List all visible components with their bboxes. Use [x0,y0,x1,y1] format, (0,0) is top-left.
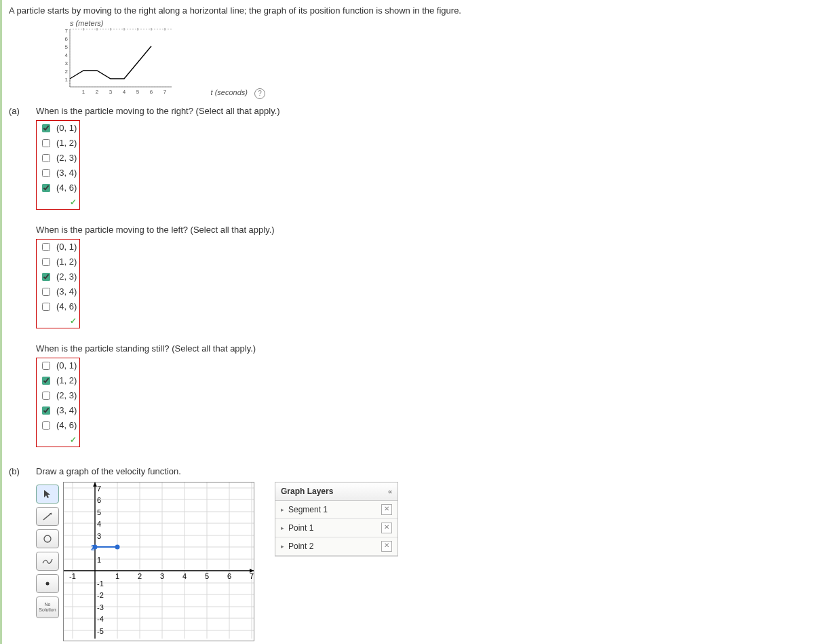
q3-correct-icon [37,433,79,447]
tool-pointer[interactable] [36,485,59,504]
svg-text:7: 7 [65,28,69,34]
q3-text: When is the particle standing still? (Se… [36,343,814,354]
svg-text:5: 5 [136,89,140,95]
svg-text:7: 7 [250,572,254,580]
q1-options: (0, 1) (1, 2) (2, 3) (3, 4) (4, 6) [36,120,80,210]
svg-text:-3: -3 [97,603,104,611]
q1-correct-icon [37,195,79,209]
q2-check-2[interactable] [42,273,50,281]
q1-opt-3[interactable]: (3, 4) [37,166,79,181]
q3-opt-2[interactable]: (2, 3) [37,388,79,403]
q1-text: When is the particle moving to the right… [36,106,814,116]
svg-text:3: 3 [97,532,101,540]
graph-toolbar: NoSolution [36,482,59,618]
svg-text:5: 5 [97,508,101,516]
help-icon[interactable]: ? [254,88,265,99]
q3-opt-3[interactable]: (3, 4) [37,403,79,418]
q3-check-3[interactable] [42,406,50,415]
q2-check-0[interactable] [42,243,50,251]
layer-row-segment1[interactable]: ▸Segment 1 ✕ [275,501,398,519]
svg-text:4: 4 [97,520,101,528]
tool-curve[interactable] [36,552,59,571]
q3-opt-4[interactable]: (4, 6) [37,418,79,433]
q1-opt-1[interactable]: (1, 2) [37,136,79,151]
svg-text:-1: -1 [69,572,76,580]
delete-layer-icon[interactable]: ✕ [381,504,392,515]
graph-layers-panel: Graph Layers « ▸Segment 1 ✕ ▸Point 1 ✕ ▸… [275,482,398,556]
q2-options: (0, 1) (1, 2) (2, 3) (3, 4) (4, 6) [36,239,80,328]
part-b-text: Draw a graph of the velocity function. [36,466,814,476]
svg-text:4: 4 [65,52,69,58]
q1-opt-0[interactable]: (0, 1) [37,121,79,136]
tool-point[interactable] [36,574,59,593]
q2-opt-2[interactable]: (2, 3) [37,269,79,284]
delete-layer-icon[interactable]: ✕ [381,523,392,533]
q1-check-2[interactable] [42,154,50,162]
q1-check-3[interactable] [42,169,50,177]
svg-text:1: 1 [65,77,69,83]
svg-text:-2: -2 [97,591,104,599]
layer-row-point1[interactable]: ▸Point 1 ✕ [275,519,398,537]
svg-text:2: 2 [65,69,69,75]
q1-check-1[interactable] [42,139,50,147]
q2-correct-icon [37,314,79,328]
svg-text:-5: -5 [97,627,104,635]
position-graph: s (meters) 1 2 3 4 5 6 7 7 6 5 [56,22,246,99]
svg-text:2: 2 [91,544,95,552]
tool-segment[interactable] [36,507,59,526]
q2-check-1[interactable] [42,258,50,266]
q3-opt-1[interactable]: (1, 2) [37,373,79,388]
part-b-label: (b) [9,466,36,476]
svg-text:1: 1 [82,89,85,95]
svg-text:3: 3 [160,572,164,580]
svg-text:3: 3 [65,60,69,67]
svg-text:-4: -4 [97,615,104,623]
svg-text:5: 5 [205,572,209,580]
svg-text:7: 7 [163,89,167,95]
layers-title: Graph Layers [281,487,333,496]
q1-check-0[interactable] [42,124,50,132]
q2-opt-4[interactable]: (4, 6) [37,299,79,314]
chevron-right-icon: ▸ [281,525,284,531]
collapse-layers-icon[interactable]: « [388,487,392,495]
point-2[interactable] [115,545,120,550]
position-graph-ylabel: s (meters) [70,19,104,27]
svg-text:3: 3 [109,89,113,95]
layer-row-point2[interactable]: ▸Point 2 ✕ [275,537,398,556]
q3-check-2[interactable] [42,392,50,400]
svg-text:2: 2 [138,572,142,580]
svg-text:4: 4 [182,572,187,580]
part-a-label: (a) [9,106,36,116]
q2-check-3[interactable] [42,288,50,296]
q3-options: (0, 1) (1, 2) (2, 3) (3, 4) (4, 6) [36,358,80,447]
problem-intro: A particle starts by moving to the right… [9,5,814,16]
svg-line-27 [43,513,52,520]
q2-opt-3[interactable]: (3, 4) [37,284,79,299]
q3-check-4[interactable] [42,421,50,430]
svg-text:6: 6 [65,36,69,42]
velocity-graph-canvas[interactable]: 76 54 31 -1-2 -3-4 -5 -1 12 34 56 [63,482,254,641]
svg-text:-1: -1 [97,580,104,588]
svg-point-30 [46,582,50,586]
q2-text: When is the particle moving to the left?… [36,225,814,235]
tool-no-solution[interactable]: NoSolution [36,596,59,618]
q1-opt-2[interactable]: (2, 3) [37,151,79,166]
svg-text:6: 6 [227,572,231,580]
svg-text:7: 7 [97,485,101,493]
q2-opt-1[interactable]: (1, 2) [37,254,79,269]
q1-opt-4[interactable]: (4, 6) [37,181,79,195]
svg-text:6: 6 [97,496,101,504]
tool-circle[interactable] [36,529,59,548]
svg-text:1: 1 [115,572,119,580]
q3-check-0[interactable] [42,362,50,370]
svg-text:4: 4 [123,89,126,95]
q3-opt-0[interactable]: (0, 1) [37,358,79,373]
svg-text:6: 6 [150,89,153,95]
chevron-right-icon: ▸ [281,506,284,513]
svg-text:5: 5 [65,44,69,50]
q2-opt-0[interactable]: (0, 1) [37,240,79,254]
q2-check-4[interactable] [42,303,50,311]
delete-layer-icon[interactable]: ✕ [381,541,392,552]
q1-check-4[interactable] [42,184,50,192]
q3-check-1[interactable] [42,377,50,385]
